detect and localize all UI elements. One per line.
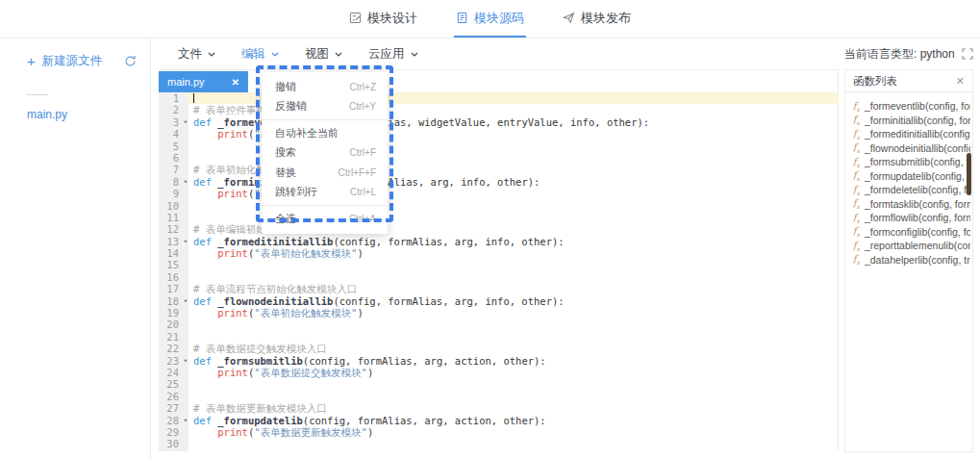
fold-arrow-icon[interactable]: ▾ — [184, 176, 188, 188]
code-line-text[interactable] — [188, 271, 839, 283]
menu-item-label: 自动补全当前 — [275, 126, 339, 140]
design-doc-icon — [349, 12, 362, 24]
line-number: 16 — [159, 271, 188, 283]
function-item[interactable]: ƒx_formtasklib(config, form... — [853, 197, 970, 212]
function-item[interactable]: ƒx_reporttablemenulib(conf... — [853, 239, 970, 253]
function-icon: ƒx — [853, 225, 860, 238]
code-line-text[interactable]: def _formsubmitlib(config, formAlias, ar… — [188, 355, 839, 367]
code-line: 14 print("表单初始化触发模块") — [159, 247, 839, 259]
menu-item-undo[interactable]: 撤销Ctrl+Z — [262, 77, 388, 97]
function-item[interactable]: ƒx_formdeletelib(config, for... — [853, 183, 970, 197]
fold-arrow-icon[interactable]: ▾ — [184, 295, 188, 307]
function-name: _formdeletelib(config, for... — [865, 184, 970, 195]
refresh-icon[interactable] — [124, 55, 137, 67]
menu-item-redo[interactable]: 反撤销Ctrl+Y — [262, 97, 388, 117]
code-line-text[interactable] — [188, 438, 839, 449]
menu-item-search[interactable]: 搜索Ctrl+F — [262, 143, 388, 164]
function-item[interactable]: ƒx_formeditinitiallib(config, ... — [853, 127, 970, 141]
function-item[interactable]: ƒx_formsubmitlib(config, fo... — [853, 155, 970, 169]
tab-module-publish[interactable]: 模块发布 — [561, 0, 633, 38]
function-name: _reporttablemenulib(conf... — [865, 240, 970, 251]
editor-tab-main-py[interactable]: main.py ✕ — [159, 71, 248, 92]
code-line-text[interactable]: def _formupdatelib(config, formAlias, ar… — [188, 415, 839, 426]
menu-item-select-all[interactable]: 全选Ctrl+A — [262, 209, 388, 229]
function-name: _formeventlib(config, for... — [865, 100, 970, 112]
fold-arrow-icon[interactable]: ▾ — [184, 236, 188, 247]
function-item[interactable]: ƒx_formflowlib(config, form... — [853, 211, 970, 225]
code-line: 17# 表单流程节点初始化触发模块入口 — [159, 283, 839, 294]
code-line-text[interactable] — [188, 259, 839, 270]
function-icon: ƒx — [853, 100, 860, 113]
line-number: 6 — [159, 152, 188, 164]
code-line-text[interactable]: print("表单数据提交触发模块") — [188, 367, 839, 378]
line-number: 5 — [159, 140, 188, 152]
new-source-file-button[interactable]: + 新建源文件 — [27, 53, 102, 69]
function-item[interactable]: ƒx_flownodeinitiallib(config,... — [853, 141, 970, 156]
tab-close-icon[interactable]: ✕ — [232, 77, 239, 88]
code-line-text[interactable]: print("表单数据更新触发模块") — [188, 426, 839, 438]
function-item[interactable]: ƒx_formconfiglib(config, for... — [853, 225, 970, 240]
code-line-text[interactable] — [188, 378, 839, 390]
menu-item-goto-line[interactable]: 跳转到行Ctrl+L — [262, 183, 388, 203]
line-number: 15 — [159, 259, 188, 270]
edit-dropdown-menu: 撤销Ctrl+Z反撤销Ctrl+Y自动补全当前搜索Ctrl+F替换Ctrl+F+… — [262, 72, 388, 234]
file-item-main-py[interactable]: main.py — [27, 108, 150, 121]
line-number: 22 — [159, 343, 188, 354]
code-line-text[interactable] — [188, 319, 839, 330]
menu-item-shortcut: Ctrl+A — [349, 214, 376, 224]
menu-item-replace[interactable]: 替换Ctrl+F+F — [262, 163, 388, 183]
sidebar-divider — [27, 94, 48, 95]
line-number: 11 — [159, 212, 188, 223]
menubar-view[interactable]: 视图 — [305, 46, 342, 63]
close-icon[interactable]: ✕ — [956, 75, 965, 88]
tab-label: 模块源码 — [474, 10, 524, 27]
function-item[interactable]: ƒx_datahelperlib(config, tri... — [853, 253, 970, 268]
paper-plane-icon — [563, 12, 575, 24]
function-icon: ƒx — [853, 197, 860, 210]
line-number: 18▾ — [159, 295, 188, 307]
scrollbar-thumb[interactable] — [967, 153, 971, 195]
code-line-text[interactable] — [188, 391, 839, 402]
menubar-label: 文件 — [178, 46, 202, 63]
menu-item-autocomplete[interactable]: 自动补全当前 — [262, 123, 388, 143]
app-window: 模块设计模块源码模块发布 + 新建源文件 main.py 文件编辑视图云应用 当… — [0, 0, 980, 459]
menu-item-label: 搜索 — [275, 145, 296, 160]
tab-module-design[interactable]: 模块设计 — [347, 0, 419, 38]
language-type-value: python — [920, 47, 955, 61]
fold-arrow-icon[interactable]: ▾ — [184, 116, 188, 128]
line-number: 1 — [159, 92, 188, 104]
function-list-title: 函数列表 — [853, 74, 897, 89]
fold-arrow-icon[interactable]: ▾ — [184, 355, 188, 367]
line-number: 3▾ — [159, 116, 188, 128]
tab-module-source[interactable]: 模块源码 — [454, 0, 526, 38]
menu-item-label: 跳转到行 — [275, 185, 317, 199]
code-line-text[interactable]: def _formeditinitiallib(config, formAlia… — [188, 236, 839, 247]
code-line-text[interactable]: # 表单流程节点初始化触发模块入口 — [188, 283, 839, 294]
menubar-cloud-app[interactable]: 云应用 — [368, 46, 418, 63]
function-icon: ƒx — [853, 156, 860, 168]
fold-arrow-icon[interactable]: ▾ — [184, 415, 188, 426]
function-item[interactable]: ƒx_forminitiallib(config, for... — [853, 114, 970, 128]
code-line-text[interactable] — [188, 331, 839, 343]
source-file-icon — [456, 12, 468, 24]
function-item[interactable]: ƒx_formeventlib(config, for... — [853, 99, 970, 114]
language-type-label: 当前语言类型: python — [844, 46, 955, 63]
menubar-edit[interactable]: 编辑 — [241, 46, 279, 63]
function-item[interactable]: ƒx_formupdatelib(config, fo... — [853, 169, 970, 184]
line-number: 25 — [159, 378, 188, 390]
code-line-text[interactable]: # 表单数据提交触发模块入口 — [188, 343, 839, 354]
menubar-file[interactable]: 文件 — [178, 46, 215, 63]
code-line-text[interactable]: def _flownodeinitiallib(config, formAlia… — [188, 295, 839, 307]
line-number: 24 — [159, 367, 188, 378]
line-number: 9 — [159, 188, 188, 199]
code-line: 27# 表单数据更新触发模块入口 — [159, 402, 839, 414]
menu-item-shortcut: Ctrl+L — [350, 187, 376, 197]
code-line-text[interactable]: # 表单数据更新触发模块入口 — [188, 402, 839, 414]
code-line-text[interactable]: print("表单初始化触发模块") — [188, 247, 839, 259]
code-line-text[interactable]: print("表单初始化触发模块") — [188, 307, 839, 319]
expand-icon[interactable] — [962, 48, 973, 60]
function-icon: ƒx — [853, 114, 860, 126]
function-list-panel: 函数列表 ✕ ƒx_formeventlib(config, for...ƒx_… — [844, 69, 973, 452]
plus-icon: + — [27, 56, 36, 67]
line-number: 2 — [159, 104, 188, 115]
